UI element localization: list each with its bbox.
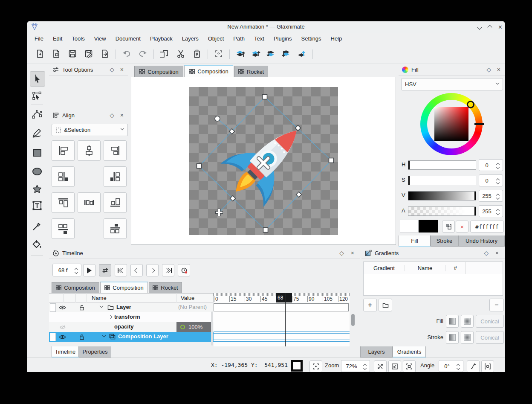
keyframe-indicator-icon[interactable] xyxy=(180,325,185,329)
stroke-radial-gradient-button[interactable] xyxy=(461,331,474,344)
alpha-slider[interactable] xyxy=(408,206,476,216)
reset-zoom-button[interactable] xyxy=(374,360,387,372)
redo-button[interactable] xyxy=(137,48,148,59)
tracks-vertical-scrollbar[interactable] xyxy=(211,311,213,346)
new-file-button[interactable] xyxy=(35,48,46,59)
canvas-tab-composition-1[interactable]: Composition xyxy=(134,66,183,77)
current-frame-box[interactable]: 68 xyxy=(276,293,292,302)
visible-icon[interactable] xyxy=(59,334,66,340)
opacity-row[interactable]: opacity 100% xyxy=(49,322,214,332)
align-vcenter-button[interactable] xyxy=(78,192,101,213)
bezier-tool-button[interactable] xyxy=(30,107,44,122)
unlocked-icon[interactable] xyxy=(79,304,85,311)
menu-text[interactable]: Text xyxy=(249,33,269,44)
saturation-value-box[interactable] xyxy=(434,107,468,141)
float-panel-button[interactable]: ◇ xyxy=(339,250,344,256)
clear-color-button[interactable]: × xyxy=(456,221,468,233)
canvas-tab-composition-2[interactable]: Composition xyxy=(184,65,233,77)
gradient-column-header[interactable]: Gradient xyxy=(364,265,405,271)
align-top-outside-button[interactable] xyxy=(104,218,127,239)
previous-frame-button[interactable] xyxy=(130,264,143,276)
saturation-slider[interactable] xyxy=(408,176,476,185)
fill-conical-gradient-button[interactable]: Conical xyxy=(476,315,504,328)
fit-view-button[interactable] xyxy=(388,360,401,372)
menu-file[interactable]: File xyxy=(30,33,48,44)
color-space-combo[interactable]: HSV xyxy=(401,78,503,90)
gradient-presets-button[interactable] xyxy=(379,299,392,311)
select-all-button[interactable] xyxy=(213,48,224,59)
stroke-linear-gradient-button[interactable] xyxy=(446,331,459,344)
align-bottom-button[interactable] xyxy=(104,192,127,213)
panel-scrollbar[interactable] xyxy=(351,314,355,326)
maximize-button[interactable] xyxy=(488,24,492,30)
play-button[interactable] xyxy=(83,264,95,276)
hidden-icon[interactable] xyxy=(60,325,66,330)
float-panel-button[interactable]: ◇ xyxy=(110,66,114,73)
fill-linear-gradient-button[interactable] xyxy=(446,315,459,328)
menu-document[interactable]: Document xyxy=(111,33,145,44)
transform-row[interactable]: transform xyxy=(49,312,214,323)
remove-gradient-button[interactable]: − xyxy=(489,299,504,311)
dock-tab-properties[interactable]: Properties xyxy=(79,346,111,357)
raise-layer-button[interactable] xyxy=(250,48,261,59)
hue-slider[interactable] xyxy=(408,160,476,170)
current-color-indicator[interactable] xyxy=(291,360,303,372)
menu-settings[interactable]: Settings xyxy=(297,33,326,44)
primary-color-swatch[interactable] xyxy=(400,220,419,233)
saturation-spinbox[interactable]: 0 xyxy=(479,174,503,186)
name-column-header[interactable]: Name xyxy=(92,295,107,301)
secondary-color-swatch[interactable] xyxy=(419,220,438,233)
loop-button[interactable] xyxy=(99,264,111,276)
layer-color-swatch[interactable] xyxy=(50,303,56,312)
menu-edit[interactable]: Edit xyxy=(48,33,67,44)
timeline-tab-composition-1[interactable]: Composition xyxy=(52,282,99,293)
add-gradient-button[interactable]: + xyxy=(363,299,377,311)
value-spinbox[interactable]: 255 xyxy=(479,190,503,202)
canvas-viewport[interactable] xyxy=(131,77,396,245)
align-right-outside-button[interactable] xyxy=(104,166,127,187)
zoom-spinbox[interactable]: 72% xyxy=(341,360,370,372)
float-panel-button[interactable]: ◇ xyxy=(486,66,491,73)
menu-playback[interactable]: Playback xyxy=(145,33,177,44)
opacity-value-cell[interactable]: 100% xyxy=(176,322,213,332)
composition-layer-row[interactable]: Composition Layer xyxy=(49,332,214,342)
swap-colors-button[interactable] xyxy=(442,221,455,233)
align-left-button[interactable] xyxy=(52,140,75,161)
lower-layer-button[interactable] xyxy=(266,48,277,59)
menu-plugins[interactable]: Plugins xyxy=(269,33,297,44)
canvas-tab-rocket[interactable]: Rocket xyxy=(234,66,268,77)
menu-path[interactable]: Path xyxy=(228,33,249,44)
playhead[interactable] xyxy=(285,293,286,346)
alpha-spinbox[interactable]: 255 xyxy=(479,205,503,217)
next-frame-button[interactable] xyxy=(146,264,159,276)
close-panel-button[interactable]: × xyxy=(120,66,124,73)
open-file-button[interactable] xyxy=(51,48,62,59)
frame-canvas-button[interactable] xyxy=(403,360,416,372)
menu-tools[interactable]: Tools xyxy=(67,33,89,44)
stroke-conical-gradient-button[interactable]: Conical xyxy=(476,331,504,344)
menu-layers[interactable]: Layers xyxy=(177,33,203,44)
close-panel-button[interactable]: × xyxy=(120,112,124,119)
copy-button[interactable] xyxy=(159,48,170,59)
raise-to-top-button[interactable] xyxy=(235,48,246,59)
timeline-tab-composition-2[interactable]: Composition xyxy=(100,282,148,293)
dock-tab-timeline[interactable]: Timeline xyxy=(52,346,79,357)
align-bottom-outside-button[interactable] xyxy=(52,218,75,239)
menu-object[interactable]: Object xyxy=(203,33,229,44)
move-up-button[interactable] xyxy=(296,48,307,59)
text-tool-button[interactable] xyxy=(30,198,44,213)
paste-button[interactable] xyxy=(191,48,202,59)
go-to-start-button[interactable] xyxy=(115,264,127,276)
color-picker-tool-button[interactable] xyxy=(30,219,44,233)
dock-tab-gradients[interactable]: Gradients xyxy=(393,346,426,357)
tab-undo-history[interactable]: Undo History xyxy=(458,235,505,247)
minimize-button[interactable] xyxy=(478,24,481,30)
float-panel-button[interactable]: ◇ xyxy=(484,250,489,256)
timeline-tracks[interactable] xyxy=(214,302,350,346)
draw-tool-button[interactable] xyxy=(30,126,44,140)
save-as-button[interactable] xyxy=(83,48,94,59)
tab-fill[interactable]: Fill xyxy=(399,235,431,247)
titlebar[interactable]: New Animation * — Glaxnimate × xyxy=(27,21,505,33)
align-top-button[interactable] xyxy=(52,192,75,213)
rocket-artwork[interactable] xyxy=(189,87,338,235)
